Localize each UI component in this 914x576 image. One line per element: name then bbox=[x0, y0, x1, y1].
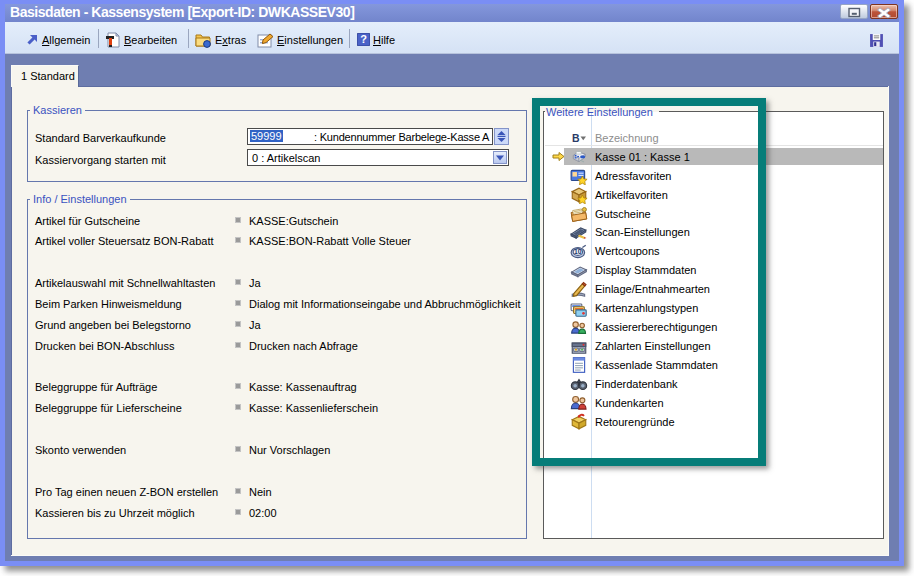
svg-text:?: ? bbox=[360, 33, 367, 45]
